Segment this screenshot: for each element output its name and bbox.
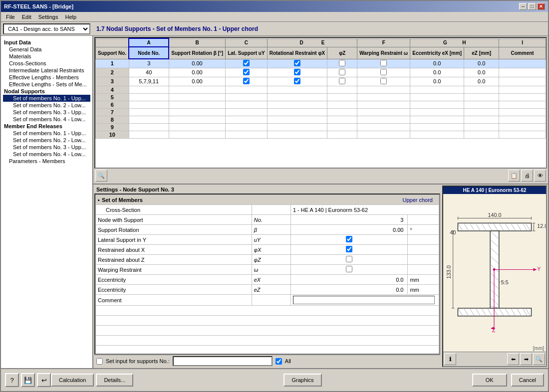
- lat-sup-cell[interactable]: [226, 77, 267, 86]
- close-button[interactable]: ✕: [537, 3, 545, 10]
- menu-file[interactable]: File: [3, 13, 18, 20]
- table-row[interactable]: 9: [96, 123, 546, 131]
- sidebar-item-member-set4[interactable]: Set of members No. 4 - Low...: [3, 151, 90, 158]
- rot-z-cell[interactable]: [327, 68, 357, 77]
- sidebar-item-effective-lengths-sets[interactable]: Effective Lengths - Sets of Me...: [3, 81, 90, 88]
- settings-lateral-support-val[interactable]: [290, 235, 408, 245]
- sidebar-item-general-data[interactable]: General Data: [3, 46, 90, 53]
- rot-z-cell[interactable]: [327, 77, 357, 86]
- lat-sup-cell[interactable]: [226, 131, 267, 138]
- restrained-x-checkbox[interactable]: [346, 246, 352, 252]
- table-row[interactable]: 1 3 0.00 0.0 0.0: [96, 59, 546, 68]
- diagram-zoom-button[interactable]: 🔍: [533, 353, 545, 365]
- design-standard-dropdown[interactable]: CA1 - Design acc. to SANS: [3, 23, 90, 34]
- node-no-cell[interactable]: [129, 123, 169, 131]
- diagram-info-button[interactable]: ℹ: [444, 353, 456, 365]
- comment-input[interactable]: [293, 296, 435, 304]
- save-icon-button[interactable]: 💾: [21, 373, 35, 387]
- menu-edit[interactable]: Edit: [19, 13, 34, 20]
- lat-sup-cell[interactable]: [226, 86, 267, 93]
- maximize-button[interactable]: □: [528, 3, 536, 10]
- warp-cell[interactable]: [357, 68, 410, 77]
- rot-z-cell[interactable]: [327, 93, 357, 101]
- restrained-z-checkbox[interactable]: [346, 256, 352, 262]
- sidebar-item-nodal-set2[interactable]: Set of members No. 2 - Low...: [3, 102, 90, 109]
- lat-sup-cell[interactable]: [226, 108, 267, 116]
- rot-x-cell[interactable]: [267, 108, 327, 116]
- menu-help[interactable]: Help: [62, 13, 79, 20]
- table-export-button[interactable]: 📋: [508, 170, 520, 182]
- lat-sup-cell[interactable]: [226, 116, 267, 123]
- sidebar-item-nodal-set4[interactable]: Set of members No. 4 - Low...: [3, 116, 90, 123]
- table-row[interactable]: 4: [96, 86, 546, 93]
- node-no-cell[interactable]: 3: [129, 59, 169, 68]
- sidebar-item-intermediate-lateral[interactable]: Intermediate Lateral Restraints: [3, 67, 90, 74]
- ok-button[interactable]: OK: [472, 374, 507, 387]
- sidebar-item-member-set2[interactable]: Set of members No. 2 - Low...: [3, 137, 90, 144]
- rot-z-cell[interactable]: [327, 131, 357, 138]
- node-no-cell[interactable]: [129, 108, 169, 116]
- tree-group-member-end[interactable]: Member End Releases: [3, 123, 90, 130]
- warp-cell[interactable]: [357, 108, 410, 116]
- sidebar-item-nodal-set1[interactable]: Set of members No. 1 - Upp...: [3, 95, 90, 102]
- warp-cell[interactable]: [357, 101, 410, 108]
- node-no-cell[interactable]: [129, 101, 169, 108]
- all-checkbox[interactable]: [275, 358, 282, 365]
- rot-x-cell[interactable]: [267, 116, 327, 123]
- node-no-cell[interactable]: [129, 86, 169, 93]
- diagram-import-button[interactable]: ⬅: [507, 353, 519, 365]
- table-row[interactable]: 5: [96, 93, 546, 101]
- table-row[interactable]: 7: [96, 108, 546, 116]
- sidebar-item-nodal-set3[interactable]: Set of members No. 3 - Upp...: [3, 109, 90, 116]
- set-input-checkbox[interactable]: [96, 358, 103, 365]
- rot-z-cell[interactable]: [327, 108, 357, 116]
- sidebar-item-effective-lengths-members[interactable]: Effective Lengths - Members: [3, 74, 90, 81]
- node-no-cell[interactable]: [129, 131, 169, 138]
- settings-warping-val[interactable]: [290, 265, 408, 275]
- help-icon-button[interactable]: ?: [5, 373, 19, 387]
- warp-cell[interactable]: [357, 116, 410, 123]
- lat-sup-cell[interactable]: [226, 101, 267, 108]
- rot-z-cell[interactable]: [327, 101, 357, 108]
- table-row[interactable]: 6: [96, 101, 546, 108]
- table-row[interactable]: 2 40 0.00 0.0 0.0: [96, 68, 546, 77]
- table-view-button[interactable]: 👁: [534, 170, 546, 182]
- rot-z-cell[interactable]: [327, 59, 357, 68]
- tree-group-nodal-supports[interactable]: Nodal Supports: [3, 88, 90, 95]
- warp-cell[interactable]: [357, 93, 410, 101]
- warping-checkbox[interactable]: [346, 266, 352, 272]
- sidebar-item-materials[interactable]: Materials: [3, 53, 90, 60]
- rot-x-cell[interactable]: [267, 131, 327, 138]
- lat-sup-cell[interactable]: [226, 68, 267, 77]
- details-button[interactable]: Details...: [96, 374, 133, 387]
- rot-x-cell[interactable]: [267, 68, 327, 77]
- node-no-cell[interactable]: 40: [129, 68, 169, 77]
- settings-comment-val[interactable]: [290, 295, 439, 306]
- table-search-button[interactable]: 🔍: [95, 170, 107, 182]
- warp-cell[interactable]: [357, 131, 410, 138]
- warp-cell[interactable]: [357, 59, 410, 68]
- settings-restrained-z-val[interactable]: [290, 255, 408, 265]
- table-row[interactable]: 10: [96, 131, 546, 138]
- cancel-button[interactable]: Cancel: [511, 374, 544, 387]
- rot-x-cell[interactable]: [267, 86, 327, 93]
- graphics-button[interactable]: Graphics: [283, 374, 321, 387]
- node-no-cell[interactable]: [129, 93, 169, 101]
- rot-x-cell[interactable]: [267, 101, 327, 108]
- sidebar-item-member-set1[interactable]: Set of members No. 1 - Upp...: [3, 130, 90, 137]
- rot-z-cell[interactable]: [327, 123, 357, 131]
- sidebar-item-parameters-members[interactable]: Parameters - Members: [3, 158, 90, 165]
- lat-sup-cell[interactable]: [226, 123, 267, 131]
- table-print-button[interactable]: 🖨: [521, 170, 533, 182]
- lat-sup-cell[interactable]: [226, 59, 267, 68]
- settings-restrained-x-val[interactable]: [290, 245, 408, 255]
- table-row[interactable]: 8: [96, 116, 546, 123]
- node-no-cell[interactable]: [129, 116, 169, 123]
- undo-icon-button[interactable]: ↩: [37, 373, 51, 387]
- node-no-cell[interactable]: 5,7,9,11: [129, 77, 169, 86]
- calculation-button[interactable]: Calculation: [51, 374, 94, 387]
- rot-z-cell[interactable]: [327, 86, 357, 93]
- warp-cell[interactable]: [357, 77, 410, 86]
- menu-settings[interactable]: Settings: [35, 13, 61, 20]
- rot-x-cell[interactable]: [267, 59, 327, 68]
